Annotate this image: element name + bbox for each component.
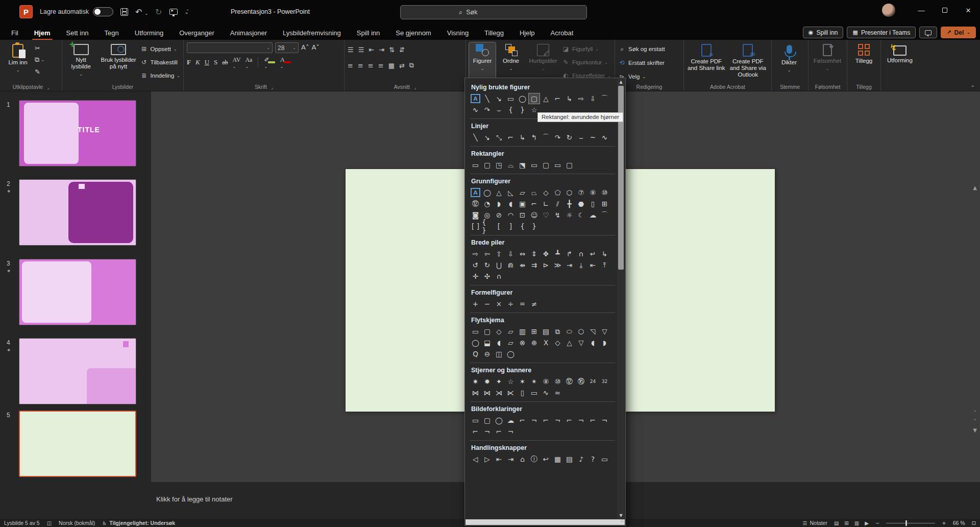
align-center-button[interactable]: ≡ xyxy=(358,61,363,70)
change-case-button[interactable]: Aa ⌄ xyxy=(245,56,252,69)
tab-tillegg[interactable]: Tillegg xyxy=(483,27,505,39)
start-slideshow-icon[interactable] xyxy=(169,9,178,15)
smartart-convert-button[interactable]: ⧉ xyxy=(409,61,414,70)
shape-cell[interactable]: ⌐ xyxy=(564,415,575,425)
shape-cell[interactable]: X xyxy=(541,338,551,348)
shape-cell[interactable]: ↰ xyxy=(529,132,540,142)
close-button[interactable]: ✕ xyxy=(957,1,980,20)
shapes-menu-scrollbar[interactable]: ▲ ▼ xyxy=(617,79,625,519)
slide-thumbnail-2[interactable] xyxy=(19,179,136,246)
shape-cell[interactable]: ◖ xyxy=(494,338,504,348)
autosave-control[interactable]: Lagre automatisk xyxy=(40,7,113,16)
shape-cell[interactable]: ⬓ xyxy=(482,338,493,348)
arrange-button[interactable]: Ordne⌄ xyxy=(498,42,524,80)
shape-cell[interactable]: △ xyxy=(564,338,575,348)
dictate-button[interactable]: Dikter⌄ xyxy=(775,42,803,80)
shape-cell[interactable]: ~ xyxy=(587,132,598,142)
shape-cell[interactable]: ⇧ xyxy=(494,249,504,259)
shadow-button[interactable]: S xyxy=(214,58,217,66)
shape-cell[interactable]: ▤ xyxy=(564,454,575,464)
dialog-launcher-icon[interactable]: ⌟ xyxy=(47,85,49,90)
shape-cell[interactable]: ⬭ xyxy=(564,326,575,337)
shape-cell[interactable]: ⬣ xyxy=(576,199,586,209)
replace-fonts-button[interactable]: ⟲Erstatt skrifter xyxy=(618,58,665,68)
layout-button[interactable]: ⊞Oppsett ⌄ xyxy=(140,43,180,54)
shape-cell[interactable]: △ xyxy=(494,187,504,198)
tab-utforming[interactable]: Utforming xyxy=(134,27,164,39)
italic-button[interactable]: K xyxy=(195,58,200,66)
find-replace-button[interactable]: ⌕Søk og erstatt xyxy=(618,44,665,55)
shape-cell[interactable]: ▦ xyxy=(552,454,563,464)
font-name-combo[interactable]: ⌄ xyxy=(187,42,273,53)
reading-view-icon[interactable]: ▥ xyxy=(854,520,859,526)
shape-cell[interactable]: ⊘ xyxy=(494,210,504,220)
shape-cell[interactable]: ⇤ xyxy=(494,454,504,464)
shape-cell[interactable]: [ ] xyxy=(470,221,481,231)
shape-cell[interactable]: ✸ xyxy=(482,376,493,387)
cut-icon[interactable]: ✂ xyxy=(35,43,44,53)
shape-cell[interactable]: ⇕ xyxy=(529,249,540,259)
shape-cell[interactable]: ↳ xyxy=(517,132,528,142)
accessibility-status[interactable]: Tilgjengelighet: Undersøk xyxy=(109,520,175,526)
shape-cell[interactable]: ∿ xyxy=(541,388,551,398)
fit-to-window-icon[interactable]: ⊡ xyxy=(972,520,976,526)
shape-cell[interactable]: ⑯ xyxy=(576,376,586,387)
shape-cell[interactable]: ↻ xyxy=(564,132,575,142)
scroll-up-icon[interactable]: ▲ xyxy=(617,80,625,84)
shape-cell[interactable]: ☁ xyxy=(587,210,598,220)
shape-cell[interactable]: ∩ xyxy=(576,249,586,259)
shape-cell[interactable]: ▤ xyxy=(541,326,551,337)
shape-cell[interactable]: ⌐ xyxy=(505,132,516,142)
collapse-ribbon-icon[interactable]: ⌄ xyxy=(971,82,975,88)
shape-cell[interactable]: ? xyxy=(587,454,598,464)
shape-cell[interactable]: ¬ xyxy=(529,415,540,425)
shape-cell[interactable]: ⊗ xyxy=(517,338,528,348)
shape-cell[interactable]: ◙ xyxy=(470,210,481,220)
shape-cell[interactable]: × xyxy=(494,299,504,309)
shrink-font-icon[interactable]: A˅ xyxy=(311,42,319,52)
shape-cell[interactable]: ▭ xyxy=(599,454,610,464)
shape-cell[interactable]: ⇔ xyxy=(517,249,528,259)
autosave-toggle[interactable] xyxy=(93,7,113,16)
shape-cell[interactable]: ▭ xyxy=(529,388,540,398)
shape-cell[interactable]: 24 xyxy=(587,376,598,387)
scroll-down-icon[interactable]: ▼ xyxy=(617,513,625,518)
shape-cell[interactable]: ↳ xyxy=(564,93,575,104)
shape-cell[interactable]: ¬ xyxy=(552,415,563,425)
shape-cell[interactable]: ◖ xyxy=(587,338,598,348)
shape-cell[interactable]: ↘ xyxy=(482,132,493,142)
shape-cell[interactable]: ⌐ xyxy=(470,426,481,437)
scroll-up-icon[interactable]: ▲ xyxy=(971,185,979,190)
shape-cell[interactable]: ▢ xyxy=(482,326,493,337)
shape-cell[interactable]: ⬔ xyxy=(517,160,528,170)
shapes-button[interactable]: Figurer⌄ xyxy=(469,42,496,80)
shape-cell[interactable]: ↻ xyxy=(482,260,493,270)
shape-cell[interactable]: ▭ xyxy=(470,415,481,425)
strikethrough-button[interactable]: ab xyxy=(222,59,228,66)
shape-cell[interactable]: ⇩ xyxy=(505,249,516,259)
underline-button[interactable]: U xyxy=(205,58,209,66)
shape-cell[interactable]: ▭ xyxy=(470,326,481,337)
tab-visning[interactable]: Visning xyxy=(446,27,470,39)
shape-cell[interactable]: ⬠ xyxy=(552,187,563,198)
grow-font-icon[interactable]: A˄ xyxy=(301,42,309,52)
shape-cell[interactable]: ▢ xyxy=(482,415,493,425)
scroll-down-icon[interactable]: ▼ xyxy=(973,427,977,433)
shape-cell[interactable]: ◔ xyxy=(482,199,493,209)
shape-cell[interactable]: △ xyxy=(541,93,551,104)
shape-cell[interactable]: ▢ xyxy=(541,160,551,170)
shape-cell[interactable]: ⑫ xyxy=(470,199,481,209)
shape-cell[interactable]: ⑫ xyxy=(564,376,575,387)
shape-cell[interactable]: ◖ xyxy=(505,199,516,209)
shape-cell[interactable]: ☆ xyxy=(505,376,516,387)
copy-icon[interactable]: ⧉⌄ xyxy=(35,55,44,64)
shape-cell[interactable]: ▷ xyxy=(482,454,493,464)
shape-cell[interactable]: ⌓ xyxy=(505,160,516,170)
save-icon[interactable] xyxy=(120,8,128,16)
undo-icon[interactable]: ↶ ⌄ xyxy=(135,7,148,17)
spellcheck-icon[interactable]: ◫ xyxy=(47,520,52,526)
shape-cell[interactable]: ▱ xyxy=(517,187,528,198)
search-box[interactable]: ⌕ Søk xyxy=(400,5,587,19)
shape-cell[interactable]: ✷ xyxy=(470,376,481,387)
zoom-in-icon[interactable]: + xyxy=(942,520,946,526)
